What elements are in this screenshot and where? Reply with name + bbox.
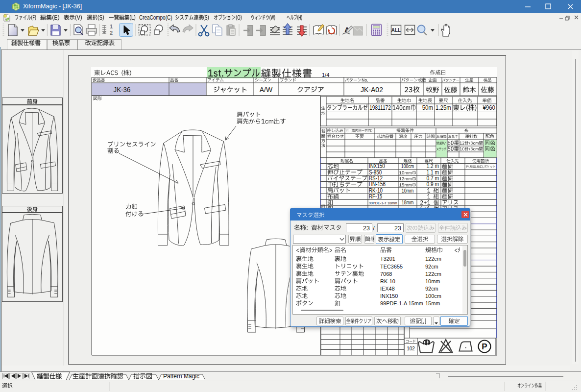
svg-text:10mm: 10mm bbox=[425, 278, 440, 284]
svg-text:RK-10: RK-10 bbox=[380, 278, 395, 284]
svg-text:15mm: 15mm bbox=[425, 300, 440, 306]
svg-text:92cm: 92cm bbox=[425, 286, 438, 292]
svg-text:92cm: 92cm bbox=[425, 263, 438, 269]
svg-text:/: / bbox=[373, 225, 375, 232]
svg-text:23: 23 bbox=[363, 225, 370, 232]
svg-text:TEC3655: TEC3655 bbox=[380, 263, 403, 269]
svg-text:T3201: T3201 bbox=[380, 256, 395, 262]
svg-text:122cm: 122cm bbox=[425, 256, 441, 262]
svg-text:100cm: 100cm bbox=[425, 293, 441, 299]
svg-text:7068: 7068 bbox=[380, 270, 392, 276]
svg-text:INX150: INX150 bbox=[380, 293, 398, 299]
svg-text:122cm: 122cm bbox=[425, 270, 441, 276]
svg-text:99PDE-1-A 15mm: 99PDE-1-A 15mm bbox=[380, 300, 423, 306]
svg-text:23: 23 bbox=[394, 225, 401, 232]
svg-text:IEX48: IEX48 bbox=[380, 286, 395, 292]
